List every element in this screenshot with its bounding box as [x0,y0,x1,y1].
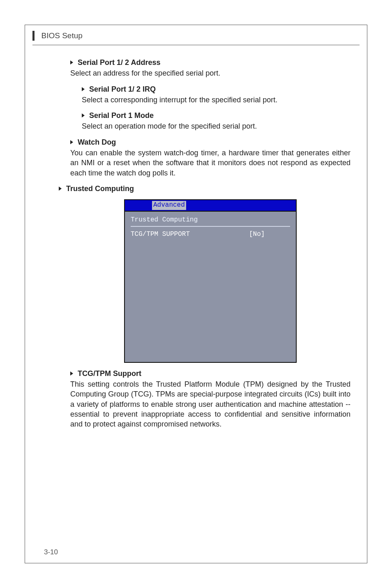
triangle-right-icon [70,371,73,376]
bios-setting-row: TCG/TPM SUPPORT [No] [131,230,290,239]
content-area: Serial Port 1/ 2 Address Select an addre… [25,45,367,429]
triangle-right-icon [70,140,73,144]
subsection-serial-port-irq: Serial Port 1/ 2 IRQ Select a correspond… [70,84,350,131]
section-title-text: Trusted Computing [66,184,134,193]
page-title: BIOS Setup [41,31,82,40]
page-frame: BIOS Setup Serial Port 1/ 2 Address Sele… [25,25,367,563]
section-title-serial-port-irq: Serial Port 1/ 2 IRQ [70,84,350,94]
section-title-trusted-computing: Trusted Computing [59,184,350,194]
section-title-text: Serial Port 1 Mode [89,111,154,120]
section-title-serial-port-mode: Serial Port 1 Mode [70,111,350,120]
triangle-right-icon [59,187,62,191]
section-title-tcg-tpm: TCG/TPM Support [70,369,350,378]
bios-tab-advanced: Advanced [152,201,186,210]
bios-setting-value: [No] [249,230,290,239]
triangle-right-icon [70,60,73,65]
bios-screenshot: Advanced Trusted Computing TCG/TPM SUPPO… [70,199,350,363]
header-accent-bar [32,31,35,41]
section-title-serial-port-address: Serial Port 1/ 2 Address [70,58,350,67]
section-title-text: TCG/TPM Support [78,369,141,378]
triangle-right-icon [82,87,85,91]
section-title-text: Serial Port 1/ 2 IRQ [89,85,156,93]
page-number: 3-10 [44,548,58,556]
section-body-watch-dog: You can enable the system watch-dog time… [70,148,350,178]
bios-panel-title: Trusted Computing [131,216,290,226]
section-body-serial-port-address: Select an address for the specified seri… [70,68,350,78]
section-title-text: Watch Dog [78,138,116,146]
bios-divider [131,226,290,227]
section-body-serial-port-irq: Select a corresponding interrupt for the… [70,95,350,105]
bios-tab-bar: Advanced [124,199,297,211]
section-title-text: Serial Port 1/ 2 Address [78,58,160,67]
bios-window: Advanced Trusted Computing TCG/TPM SUPPO… [124,199,297,363]
section-title-watch-dog: Watch Dog [70,137,350,147]
bios-setting-label: TCG/TPM SUPPORT [131,230,249,239]
page-header: BIOS Setup [25,25,367,43]
bios-panel: Trusted Computing TCG/TPM SUPPORT [No] [124,211,297,363]
triangle-right-icon [82,113,85,118]
section-body-tcg-tpm: This setting controls the Trusted Platfo… [70,379,350,429]
section-body-serial-port-mode: Select an operation mode for the specifi… [70,121,350,131]
